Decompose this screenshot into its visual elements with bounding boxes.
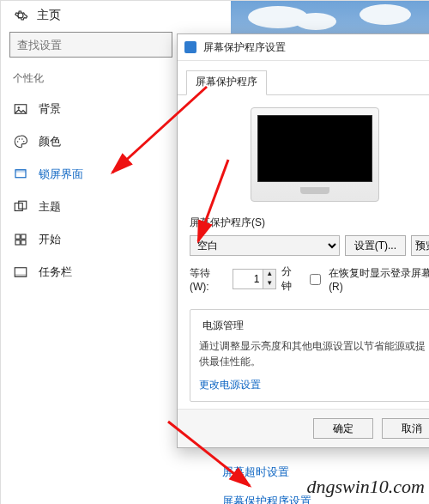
dialog-title: 屏幕保护程序设置 bbox=[203, 40, 286, 55]
svg-point-3 bbox=[19, 138, 21, 140]
power-group-title: 电源管理 bbox=[199, 319, 247, 333]
dialog-titlebar[interactable]: 屏幕保护程序设置 bbox=[178, 34, 429, 61]
svg-rect-15 bbox=[15, 274, 27, 276]
sidebar-item-start[interactable]: 开始 bbox=[1, 223, 181, 256]
start-icon bbox=[13, 232, 28, 247]
sidebar-item-themes[interactable]: 主题 bbox=[1, 191, 181, 223]
sidebar-item-label: 主题 bbox=[39, 199, 61, 215]
wait-spinner[interactable]: ▲ ▼ bbox=[233, 269, 276, 289]
sidebar-item-taskbar[interactable]: 任务栏 bbox=[1, 256, 181, 288]
home-label: 主页 bbox=[37, 8, 61, 23]
screensaver-dialog: 屏幕保护程序设置 屏幕保护程序 屏幕保护程序(S) 空白 设置(T)... 预览 bbox=[177, 33, 429, 448]
watermark: dngswin10.com bbox=[307, 476, 426, 498]
sidebar-item-label: 开始 bbox=[39, 232, 61, 247]
ok-button[interactable]: 确定 bbox=[313, 418, 373, 439]
wait-input[interactable] bbox=[233, 270, 263, 288]
desktop-sky bbox=[231, 1, 429, 33]
svg-rect-7 bbox=[15, 170, 26, 173]
resume-label: 在恢复时显示登录屏幕(R) bbox=[329, 266, 429, 293]
dialog-icon bbox=[184, 41, 196, 53]
screensaver-label: 屏幕保护程序(S) bbox=[190, 216, 429, 230]
section-label: 个性化 bbox=[1, 70, 181, 93]
wait-label: 等待(W): bbox=[190, 266, 227, 293]
sidebar-item-label: 颜色 bbox=[39, 134, 61, 149]
svg-rect-10 bbox=[15, 234, 20, 239]
sidebar-item-background[interactable]: 背景 bbox=[1, 93, 181, 125]
svg-point-2 bbox=[17, 141, 19, 143]
tab-screensaver[interactable]: 屏幕保护程序 bbox=[186, 70, 267, 95]
wait-unit: 分钟 bbox=[281, 264, 301, 294]
svg-rect-12 bbox=[15, 240, 20, 245]
svg-point-1 bbox=[18, 106, 20, 108]
svg-point-5 bbox=[23, 141, 25, 143]
sidebar-item-label: 锁屏界面 bbox=[39, 167, 83, 182]
themes-icon bbox=[13, 199, 28, 215]
spin-down[interactable]: ▼ bbox=[263, 279, 275, 288]
search-input[interactable] bbox=[9, 32, 172, 58]
home-row[interactable]: 主页 bbox=[1, 1, 181, 28]
search-box[interactable] bbox=[9, 32, 172, 58]
cancel-button[interactable]: 取消 bbox=[382, 418, 429, 439]
palette-icon bbox=[13, 134, 28, 149]
svg-rect-13 bbox=[21, 240, 26, 245]
resume-checkbox[interactable] bbox=[310, 274, 321, 285]
power-link[interactable]: 更改电源设置 bbox=[199, 378, 261, 392]
settings-button[interactable]: 设置(T)... bbox=[345, 235, 406, 256]
screensaver-select[interactable]: 空白 bbox=[190, 235, 340, 256]
power-text: 通过调整显示亮度和其他电源设置以节省能源或提供最佳性能。 bbox=[199, 338, 429, 369]
preview-screen bbox=[257, 115, 372, 182]
spin-up[interactable]: ▲ bbox=[263, 270, 275, 279]
gear-icon bbox=[13, 8, 28, 23]
lockscreen-icon bbox=[13, 167, 28, 182]
picture-icon bbox=[13, 101, 28, 117]
sidebar-item-lockscreen[interactable]: 锁屏界面 bbox=[1, 158, 181, 191]
sidebar-item-label: 背景 bbox=[39, 101, 61, 117]
svg-point-4 bbox=[21, 138, 23, 140]
sidebar-item-label: 任务栏 bbox=[39, 264, 72, 280]
sidebar-item-colors[interactable]: 颜色 bbox=[1, 125, 181, 158]
preview-button[interactable]: 预览 bbox=[411, 235, 429, 256]
settings-sidebar: 主页 个性化 背景 颜色 锁屏界面 主题 开始 任务栏 bbox=[1, 1, 181, 504]
svg-rect-11 bbox=[21, 234, 26, 239]
monitor-preview bbox=[251, 107, 379, 202]
taskbar-icon bbox=[13, 264, 28, 280]
